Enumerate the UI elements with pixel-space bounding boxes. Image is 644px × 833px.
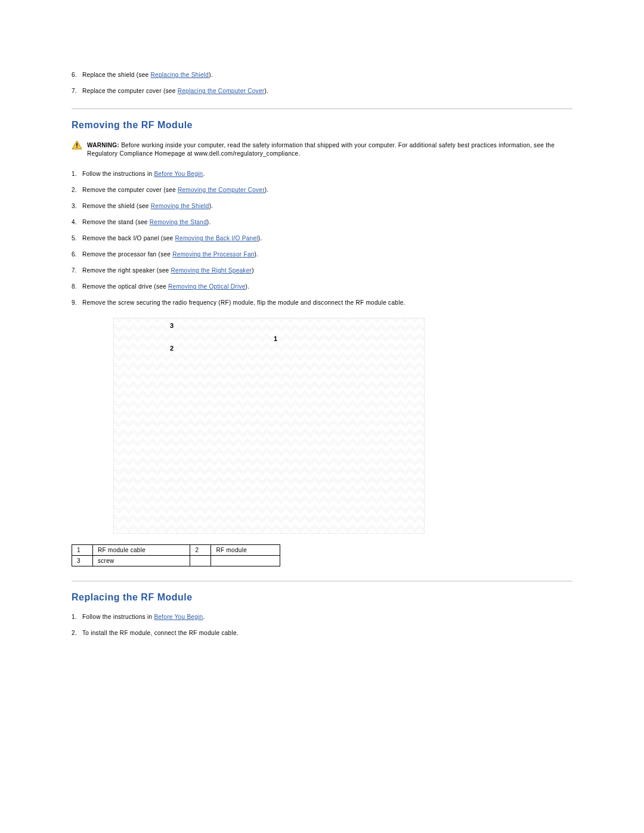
- step-pre: Replace the computer cover (see: [82, 88, 178, 94]
- cross-ref-link[interactable]: Removing the Back I/O Panel: [175, 235, 258, 241]
- step-number: 8.: [72, 283, 82, 290]
- step-text: Replace the shield (see Replacing the Sh…: [82, 72, 213, 78]
- step-post: ).: [264, 88, 268, 94]
- cross-ref-link[interactable]: Replacing the Computer Cover: [178, 88, 265, 94]
- cross-ref-link[interactable]: Removing the Stand: [150, 219, 207, 225]
- cross-ref-link[interactable]: Replacing the Shield: [151, 72, 209, 78]
- legend-label: screw: [93, 556, 190, 566]
- cross-ref-link[interactable]: Before You Begin: [154, 171, 203, 177]
- diagram-callout-2: 2: [170, 345, 174, 352]
- step-pre: Remove the optical drive (see: [82, 283, 168, 290]
- step-post: ).: [246, 283, 250, 290]
- step-post: ).: [265, 187, 269, 193]
- step: 1. Follow the instructions in Before You…: [72, 614, 572, 620]
- step-pre: Follow the instructions in: [82, 614, 154, 620]
- svg-rect-1: [76, 143, 78, 146]
- cross-ref-link[interactable]: Before You Begin: [154, 614, 203, 620]
- section-rule: [72, 581, 572, 581]
- cross-ref-link[interactable]: Removing the Right Speaker: [171, 267, 252, 274]
- legend-num: 1: [72, 545, 93, 556]
- step-post: .: [203, 614, 205, 620]
- legend-num: 2: [190, 545, 211, 556]
- top-step: 6. Replace the shield (see Replacing the…: [72, 72, 572, 78]
- step: 7. Remove the right speaker (see Removin…: [72, 267, 572, 274]
- step: 3. Remove the shield (see Removing the S…: [72, 203, 572, 209]
- step-post: ).: [209, 72, 213, 78]
- cross-ref-link[interactable]: Removing the Processor Fan: [172, 251, 254, 258]
- warning-label: WARNING:: [87, 142, 119, 148]
- step-pre: Remove the shield (see: [82, 203, 151, 209]
- step: 6. Remove the processor fan (see Removin…: [72, 251, 572, 258]
- step-pre: Remove the right speaker (see: [82, 267, 171, 274]
- step-pre: Replace the shield (see: [82, 72, 151, 78]
- legend-num: 3: [72, 556, 93, 566]
- step-number: 7.: [72, 88, 82, 94]
- step-post: ).: [258, 235, 262, 241]
- step-post: ).: [207, 219, 211, 225]
- section-heading-replacing: Replacing the RF Module: [72, 592, 572, 603]
- step-pre: Remove the processor fan (see: [82, 251, 172, 258]
- step: 2. To install the RF module, connect the…: [72, 630, 572, 636]
- top-steps-block: 6. Replace the shield (see Replacing the…: [72, 72, 572, 94]
- step: 5. Remove the back I/O panel (see Removi…: [72, 235, 572, 241]
- step: 1. Follow the instructions in Before You…: [72, 171, 572, 177]
- diagram-callout-3: 3: [170, 322, 174, 329]
- section2-steps: 1. Follow the instructions in Before You…: [72, 614, 572, 636]
- step-number: 4.: [72, 219, 82, 225]
- diagram-callout-1: 1: [274, 335, 277, 342]
- step-post: ): [252, 267, 254, 274]
- step: 2. Remove the computer cover (see Removi…: [72, 187, 572, 193]
- warning-text-wrap: WARNING: Before working inside your comp…: [87, 141, 572, 157]
- step-number: 1.: [72, 614, 82, 620]
- rf-module-diagram: 3 1 2: [113, 318, 425, 534]
- step-pre: Remove the computer cover (see: [82, 187, 178, 193]
- step: 8. Remove the optical drive (see Removin…: [72, 283, 572, 290]
- legend-label: RF module cable: [93, 545, 190, 556]
- section-rule: [72, 109, 572, 109]
- cross-ref-link[interactable]: Removing the Shield: [151, 203, 209, 209]
- step-number: 3.: [72, 203, 82, 209]
- step: 4. Remove the stand (see Removing the St…: [72, 219, 572, 225]
- step-number: 5.: [72, 235, 82, 241]
- step-number: 2.: [72, 630, 82, 636]
- step-number: 6.: [72, 72, 82, 78]
- top-step: 7. Replace the computer cover (see Repla…: [72, 88, 572, 94]
- legend-label: RF module: [211, 545, 280, 556]
- legend-row: 3 screw: [72, 556, 280, 566]
- step-post: .: [203, 171, 205, 177]
- cross-ref-link[interactable]: Removing the Computer Cover: [178, 187, 265, 193]
- cross-ref-link[interactable]: Removing the Optical Drive: [168, 283, 246, 290]
- step-pre: Follow the instructions in: [82, 171, 154, 177]
- legend-row: 1 RF module cable 2 RF module: [72, 545, 280, 556]
- section1-steps: 1. Follow the instructions in Before You…: [72, 171, 572, 306]
- warning-block: WARNING: Before working inside your comp…: [72, 141, 572, 157]
- step-pre: Remove the screw securing the radio freq…: [82, 299, 405, 306]
- step-pre: To install the RF module, connect the RF…: [82, 630, 239, 636]
- diagram-legend-table: 1 RF module cable 2 RF module 3 screw: [72, 544, 280, 566]
- step-pre: Remove the stand (see: [82, 219, 150, 225]
- section-heading-removing: Removing the RF Module: [72, 120, 572, 131]
- step-number: 7.: [72, 267, 82, 274]
- step-text: Replace the computer cover (see Replacin…: [82, 88, 268, 94]
- legend-empty: [190, 556, 211, 566]
- step-number: 2.: [72, 187, 82, 193]
- warning-text: Before working inside your computer, rea…: [87, 142, 555, 157]
- step-post: ).: [255, 251, 259, 258]
- step-number: 1.: [72, 171, 82, 177]
- step-number: 9.: [72, 299, 82, 306]
- step: 9. Remove the screw securing the radio f…: [72, 299, 572, 306]
- step-post: ).: [209, 203, 213, 209]
- step-pre: Remove the back I/O panel (see: [82, 235, 175, 241]
- step-number: 6.: [72, 251, 82, 258]
- svg-rect-2: [76, 147, 78, 148]
- warning-icon: [72, 140, 82, 152]
- legend-empty: [211, 556, 280, 566]
